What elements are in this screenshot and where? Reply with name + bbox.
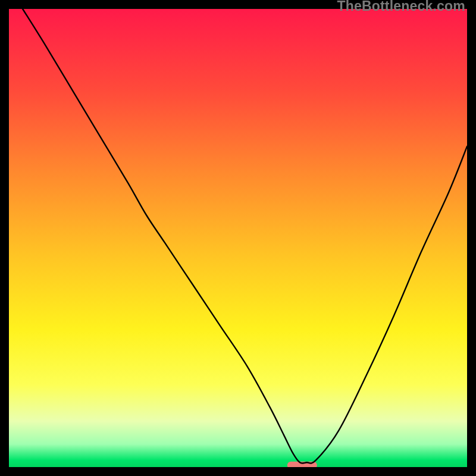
gradient-background: [9, 9, 467, 467]
plot-area: [9, 9, 467, 467]
chart-svg: [9, 9, 467, 467]
chart-frame: TheBottleneck.com: [0, 0, 476, 476]
attribution-text: TheBottleneck.com: [337, 0, 465, 14]
